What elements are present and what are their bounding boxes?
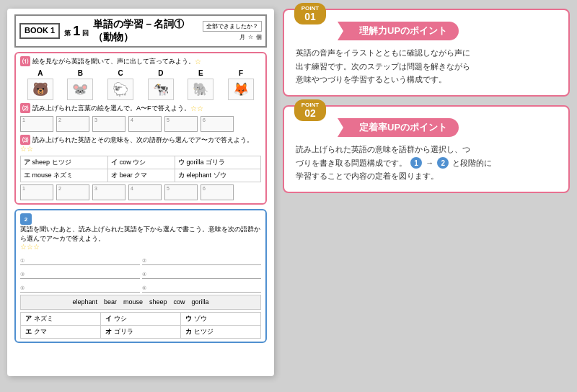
q3-header: ⑶ 読み上げられた英語とその意味を、次の語群から選んでア〜カで答えよう。 ☆☆ <box>20 135 261 153</box>
point-title-2: 定着率UPのポイント <box>338 118 459 137</box>
q2-box-1[interactable]: 1 <box>20 116 53 132</box>
q1-text: 絵を見ながら英語を聞いて、声に出して言ってみよう。 <box>32 57 195 66</box>
q1-num: ⑴ <box>20 56 30 66</box>
word-row-1: ア sheep ヒツジ イ cow ウシ ウ gorilla ゴリラ <box>21 156 261 169</box>
q2-text: 読み上げられた言葉の絵を選んで。A〜Fで答えよう。 <box>32 104 190 113</box>
animal-d-img: 🐄 <box>148 79 174 100</box>
q2-box-4[interactable]: 4 <box>128 116 162 132</box>
point1-line3: 意味やつづりを学習するという構成です。 <box>296 75 446 84</box>
section-2: 2 英語を聞いたあと、読み上げられた英語を下から選んで書こう。意味を次の語群から… <box>14 209 267 343</box>
lesson-title: 単語の学習－名詞①（動物） <box>93 18 198 44</box>
point-num-2: 02 <box>300 108 320 118</box>
section-1: ⑴ 絵を見ながら英語を聞いて、声に出して言ってみよう。 ☆ A 🐻 B 🐭 C … <box>14 52 267 205</box>
animal-e-img: 🐘 <box>188 79 213 100</box>
q2-box-5[interactable]: 5 <box>164 116 198 132</box>
point-badge-2: POINT 02 <box>294 99 326 121</box>
q3-text: 読み上げられた英語とその意味を、次の語群から選んでア〜カで答えよう。 <box>32 135 253 145</box>
q2-box-6[interactable]: 6 <box>201 116 234 132</box>
q4-header: 2 英語を聞いたあと、読み上げられた英語を下から選んで書こう。意味を次の語群から… <box>20 213 261 251</box>
q4-stars: ☆☆☆ <box>20 243 40 251</box>
trans-row-2: エ クマ オ ゴリラ カ ヒツジ <box>21 326 261 339</box>
point2-line2: づりを書き取る問題構成です。 <box>296 159 407 167</box>
q3-answer-boxes: 1 2 3 4 5 6 <box>20 184 261 200</box>
point-num-1: 01 <box>300 12 320 22</box>
page-header: BOOK 1 第 1 回 単語の学習－名詞①（動物） 全部できましたか？ 月 ☆… <box>14 14 267 48</box>
score-month: 月 <box>239 33 245 41</box>
write-area: ① ② ③ ④ ⑤ <box>20 254 261 293</box>
point-card-1: POINT 01 理解力UPのポイント 英語の音声をイラストとともに確認しながら… <box>283 9 570 97</box>
q4-text: 英語を聞いたあと、読み上げられた英語を下から選んで書こう。意味を次の語群から選ん… <box>20 225 261 243</box>
q2-header: ⑵ 読み上げられた言葉の絵を選んで。A〜Fで答えよう。 ☆☆ <box>20 103 261 113</box>
animal-d: D 🐄 <box>148 69 174 100</box>
animal-b: B 🐭 <box>67 69 93 100</box>
point-title-area-1: 理解力UPのポイント <box>296 19 557 40</box>
point2-highlight2: 2 <box>437 157 449 169</box>
q3-box-6[interactable]: 6 <box>201 184 234 200</box>
animal-b-img: 🐭 <box>67 79 93 100</box>
write-line-4[interactable]: ④ <box>142 267 262 279</box>
q3-box-1[interactable]: 1 <box>20 184 53 200</box>
lesson-dai: 第 <box>64 29 71 38</box>
animal-a-img: 🐻 <box>27 79 53 100</box>
trans-row-1: ア ネズミ イ ウシ ウ ゾウ <box>21 313 261 326</box>
animal-a: A 🐻 <box>27 69 53 100</box>
q2-box-3[interactable]: 3 <box>92 116 125 132</box>
point2-arrow: → <box>426 159 433 167</box>
animals-row: A 🐻 B 🐭 C 🐑 D 🐄 E 🐘 <box>20 69 261 100</box>
animal-c-img: 🐑 <box>107 79 133 100</box>
point1-line2: 出す練習です。次のステップは問題を解きながら <box>296 62 470 71</box>
score-row: 月 ☆ 個 <box>239 33 262 41</box>
book-badge: BOOK 1 <box>19 23 60 38</box>
lesson-num-val: 1 <box>73 24 80 39</box>
q3-box-4[interactable]: 4 <box>128 184 162 200</box>
q2-stars: ☆☆ <box>190 104 203 112</box>
point-body-1: 英語の音声をイラストとともに確認しながら声に 出す練習です。次のステップは問題を… <box>296 46 557 86</box>
write-line-2[interactable]: ② <box>142 254 262 265</box>
header-right: 全部できましたか？ 月 ☆ 個 <box>203 21 262 41</box>
point-badge-1: POINT 01 <box>294 3 326 24</box>
done-label: 全部できましたか？ <box>203 21 262 32</box>
word-table: ア sheep ヒツジ イ cow ウシ ウ gorilla ゴリラ エ mou… <box>20 156 261 182</box>
section2-label: 2 <box>20 213 32 225</box>
q2-answer-boxes: 1 2 3 4 5 6 <box>20 116 261 132</box>
q3-num: ⑶ <box>20 135 30 145</box>
point2-highlight1: 1 <box>410 157 422 169</box>
q3-box-5[interactable]: 5 <box>164 184 198 200</box>
score-star: ☆ <box>248 34 253 40</box>
write-line-5[interactable]: ⑤ <box>20 281 140 293</box>
animal-e: E 🐘 <box>188 69 213 100</box>
q2-num: ⑵ <box>20 103 30 113</box>
point1-line1: 英語の音声をイラストとともに確認しながら声に <box>296 48 470 57</box>
write-line-1[interactable]: ① <box>20 254 140 265</box>
right-panel: POINT 01 理解力UPのポイント 英語の音声をイラストとともに確認しながら… <box>283 9 570 383</box>
score-count: 個 <box>256 33 262 41</box>
write-line-6[interactable]: ⑥ <box>142 281 262 293</box>
lesson-number: 第 1 回 <box>64 24 89 39</box>
animal-f: F 🦊 <box>228 69 254 100</box>
point-body-2: 読み上げられた英語の意味を語群から選択し、つ づりを書き取る問題構成です。 1 … <box>296 143 557 183</box>
q3-stars: ☆☆ <box>20 145 33 153</box>
write-line-3[interactable]: ③ <box>20 267 140 279</box>
point-title-1: 理解力UPのポイント <box>338 22 459 40</box>
animal-f-img: 🦊 <box>228 79 254 100</box>
q3-box-3[interactable]: 3 <box>92 184 125 200</box>
trans-table: ア ネズミ イ ウシ ウ ゾウ エ クマ オ ゴリラ カ ヒツジ <box>20 312 261 339</box>
word-bank: elephant bear mouse sheep cow gorilla <box>20 295 261 310</box>
q3-box-2[interactable]: 2 <box>56 184 89 200</box>
word-row-2: エ mouse ネズミ オ bear クマ カ elephant ゾウ <box>21 169 261 182</box>
q1-header: ⑴ 絵を見ながら英語を聞いて、声に出して言ってみよう。 ☆ <box>20 56 261 66</box>
point-card-2: POINT 02 定着率UPのポイント 読み上げられた英語の意味を語群から選択し… <box>283 105 570 193</box>
point2-line3: 学習することで内容の定着を図ります。 <box>296 172 439 180</box>
point-title-area-2: 定着率UPのポイント <box>296 115 557 137</box>
workbook-page: BOOK 1 第 1 回 単語の学習－名詞①（動物） 全部できましたか？ 月 ☆… <box>7 9 274 376</box>
point2-line1: 読み上げられた英語の意味を語群から選択し、つ <box>296 145 470 153</box>
q2-box-2[interactable]: 2 <box>56 116 89 132</box>
animal-c: C 🐑 <box>107 69 133 100</box>
q1-stars: ☆ <box>195 58 201 66</box>
lesson-kai: 回 <box>82 29 89 38</box>
